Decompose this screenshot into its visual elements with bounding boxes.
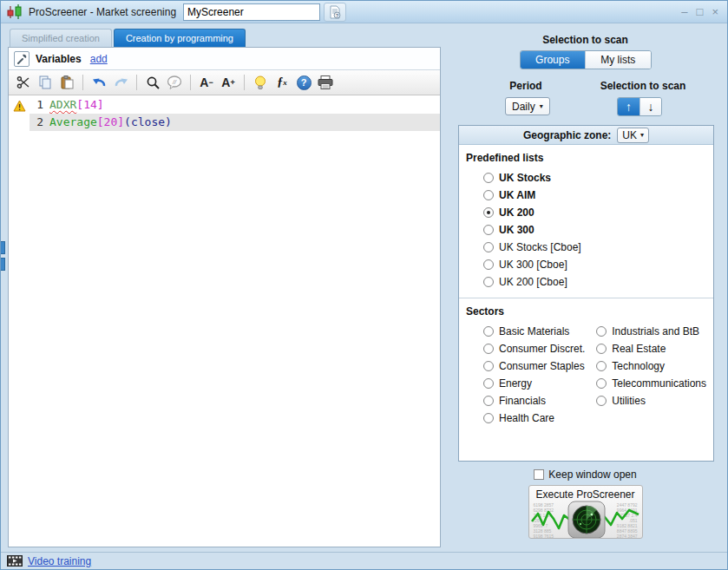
minimize-button[interactable]: – xyxy=(681,4,687,20)
radio-icon xyxy=(483,225,494,235)
my-lists-toggle-button[interactable]: My lists xyxy=(585,51,651,69)
maximize-button[interactable]: □ xyxy=(697,4,704,20)
close-button[interactable]: × xyxy=(712,4,718,20)
geographic-zone-header: Geographic zone: UK ▾ xyxy=(459,126,713,145)
copy-button[interactable] xyxy=(36,73,55,92)
arrow-down-icon: ↓ xyxy=(648,100,654,114)
radio-icon xyxy=(483,413,494,423)
radio-icon xyxy=(483,259,494,270)
candlestick-icon xyxy=(6,4,23,19)
radio-icon xyxy=(483,344,494,354)
execute-label: Execute ProScreener xyxy=(529,488,642,501)
radio-consumer-discret[interactable]: Consumer Discret. xyxy=(483,340,591,357)
radio-uk-300[interactable]: UK 300 xyxy=(483,221,706,239)
radio-health-care[interactable]: Health Care xyxy=(483,409,591,427)
svg-text:?: ? xyxy=(336,13,339,18)
code-line-2[interactable]: 2 Average[20](close) xyxy=(9,114,440,131)
radio-icon xyxy=(596,361,607,371)
scan-down-button[interactable]: ↓ xyxy=(639,98,661,115)
warning-icon: ! xyxy=(13,100,26,112)
radio-consumer-staples[interactable]: Consumer Staples xyxy=(483,357,591,375)
undo-button[interactable] xyxy=(89,73,108,92)
radio-uk-300-cboe[interactable]: UK 300 [Cboe] xyxy=(483,256,706,273)
docked-panel-handle[interactable] xyxy=(1,241,5,254)
cut-button[interactable] xyxy=(14,73,33,92)
radio-uk-stocks-cboe[interactable]: UK Stocks [Cboe] xyxy=(483,239,706,256)
radar-icon xyxy=(567,501,606,539)
search-button[interactable] xyxy=(143,73,162,92)
paste-button[interactable] xyxy=(57,73,76,92)
keep-window-open-row[interactable]: Keep window open xyxy=(448,468,723,481)
code-line-1[interactable]: ! 1 ADXR[14] xyxy=(9,96,440,114)
help-doc-button[interactable]: ? xyxy=(324,3,346,22)
screener-name-input[interactable] xyxy=(183,3,320,21)
predefined-lists-heading: Predefined lists xyxy=(466,152,706,164)
radio-icon xyxy=(596,326,607,337)
radio-icon xyxy=(483,173,494,183)
radio-uk-stocks[interactable]: UK Stocks xyxy=(483,169,706,187)
redo-icon xyxy=(114,76,128,89)
tab-simplified-creation[interactable]: Simplified creation xyxy=(10,29,112,47)
tab-creation-by-programming[interactable]: Creation by programming xyxy=(114,29,246,47)
scan-up-button[interactable]: ↑ xyxy=(618,98,639,115)
search-icon xyxy=(146,75,161,90)
geographic-zone-dropdown[interactable]: UK ▾ xyxy=(617,128,649,143)
geographic-zone-box: Geographic zone: UK ▾ Predefined lists U… xyxy=(458,125,714,462)
scan-settings-panel: Selection to scan Groups My lists Period… xyxy=(448,23,723,552)
variables-bar: Variables add xyxy=(9,48,440,70)
execute-proscreener-button[interactable]: Execute ProScreener 6198 2857 6298 8732 … xyxy=(528,485,643,539)
arrow-up-icon: ↑ xyxy=(626,100,632,114)
radio-energy[interactable]: Energy xyxy=(483,375,591,392)
radio-icon xyxy=(483,190,494,200)
radio-icon xyxy=(483,277,494,287)
help-doc-icon: ? xyxy=(328,5,342,19)
radio-icon xyxy=(483,326,494,337)
video-film-icon xyxy=(7,555,23,567)
radio-technology[interactable]: Technology xyxy=(596,357,706,375)
radio-real-estate[interactable]: Real Estate xyxy=(596,340,706,357)
chevron-down-icon: ▾ xyxy=(640,131,644,139)
variables-settings-button[interactable] xyxy=(14,51,30,67)
period-dropdown[interactable]: Daily ▾ xyxy=(505,97,550,115)
copy-icon xyxy=(38,75,52,89)
video-training-link[interactable]: Video training xyxy=(28,555,91,567)
print-button[interactable] xyxy=(316,73,335,92)
cut-icon xyxy=(16,75,30,89)
code-token-call: (close) xyxy=(124,114,172,131)
comment-button[interactable]: // xyxy=(165,73,184,92)
creation-tabs: Simplified creation Creation by programm… xyxy=(10,29,441,47)
source-toggle: Groups My lists xyxy=(520,50,652,69)
radio-uk-200-cboe[interactable]: UK 200 [Cboe] xyxy=(483,273,706,291)
keep-window-open-checkbox[interactable] xyxy=(534,469,544,480)
geographic-zone-label: Geographic zone: xyxy=(523,129,611,141)
radio-utilities[interactable]: Utilities xyxy=(596,392,706,409)
radio-icon xyxy=(596,344,607,354)
decrease-font-button[interactable]: A− xyxy=(197,73,216,92)
redo-button[interactable] xyxy=(111,73,130,92)
chevron-down-icon: ▾ xyxy=(540,102,543,110)
radio-uk-200[interactable]: UK 200 xyxy=(483,204,706,221)
line-number: 2 xyxy=(30,114,43,131)
increase-font-button[interactable]: A+ xyxy=(219,73,238,92)
docked-panel-handle[interactable] xyxy=(1,258,5,271)
groups-toggle-button[interactable]: Groups xyxy=(521,51,586,69)
paste-icon xyxy=(60,75,74,89)
radio-industrials-btb[interactable]: Industrials and BtB xyxy=(596,323,706,340)
variables-add-link[interactable]: add xyxy=(90,53,108,65)
suggestion-button[interactable] xyxy=(251,73,270,92)
radio-basic-materials[interactable]: Basic Materials xyxy=(483,323,591,340)
radio-telecommunications[interactable]: Telecommunications xyxy=(596,375,706,392)
wrench-icon xyxy=(16,54,27,64)
radio-uk-aim[interactable]: UK AIM xyxy=(483,187,706,204)
radio-icon xyxy=(483,378,494,389)
predefined-lists-section: Predefined lists UK Stocks UK AIM UK 200… xyxy=(459,145,713,291)
radio-financials[interactable]: Financials xyxy=(483,392,591,409)
code-editor[interactable]: ! 1 ADXR[14] 2 Average[20](close) xyxy=(9,95,440,547)
undo-icon xyxy=(92,76,107,89)
window-title: ProScreener - Market screening xyxy=(29,6,176,18)
scan-direction-buttons: ↑ ↓ xyxy=(617,97,662,116)
scan-direction-label: Selection to scan xyxy=(578,80,708,92)
help-button[interactable]: ? xyxy=(294,73,313,92)
insert-function-button[interactable]: ƒx xyxy=(272,73,292,92)
lightbulb-icon xyxy=(254,75,266,90)
